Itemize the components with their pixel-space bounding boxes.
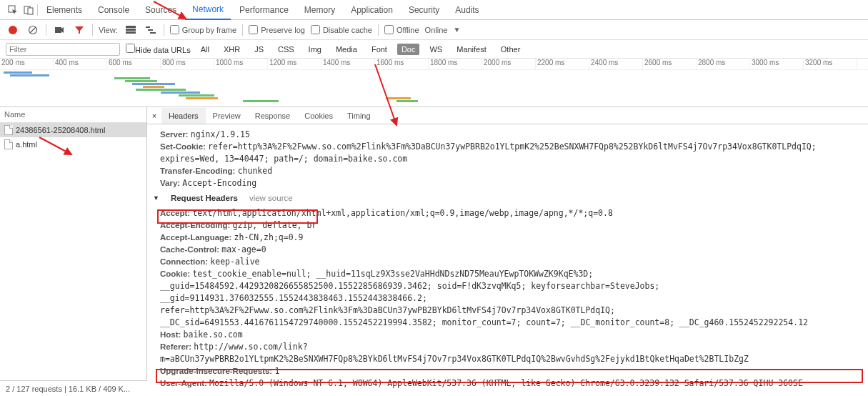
tab-network[interactable]: Network [185, 0, 231, 20]
subtab-preview[interactable]: Preview [206, 108, 248, 124]
column-name[interactable]: Name [0, 107, 146, 123]
header-value: refer=http%3A%2F%2Fwww.so.com%2Flink%3Fm… [160, 142, 817, 164]
header-key: Cache-Control: [160, 245, 219, 254]
tab-security[interactable]: Security [401, 1, 447, 19]
timeline-ruler: 200 ms400 ms600 ms800 ms1000 ms1200 ms14… [0, 59, 868, 70]
header-value: keep-alive [210, 257, 259, 267]
header-value: http://www.so.com/link?m=aBCUn37ywPBRB2o… [160, 342, 749, 364]
timeline-bars [0, 70, 868, 107]
throttle-select[interactable]: Online [425, 26, 448, 34]
header-key: Server: [160, 130, 189, 139]
type-other[interactable]: Other [497, 44, 525, 55]
header-key: Host: [160, 330, 181, 339]
header-key: User-Agent: [160, 379, 207, 387]
view-source-link[interactable]: view source [249, 192, 293, 204]
header-key: Transfer-Encoding: [160, 167, 235, 175]
tab-audits[interactable]: Audits [448, 1, 486, 19]
type-ws[interactable]: WS [425, 44, 447, 55]
header-value: Accept-Encoding [182, 178, 256, 188]
type-all[interactable]: All [196, 44, 214, 55]
timeline-overview[interactable]: 200 ms400 ms600 ms800 ms1000 ms1200 ms14… [0, 59, 868, 107]
filter-row: Hide data URLs All XHR JS CSS Img Media … [0, 40, 868, 59]
waterfall-icon[interactable] [144, 23, 158, 37]
request-headers-section[interactable]: ▼ Request Headers view source [153, 192, 861, 204]
tab-console[interactable]: Console [91, 1, 136, 19]
header-value: text/html,application/xhtml+xml,applicat… [192, 208, 613, 218]
type-media[interactable]: Media [331, 44, 361, 55]
devtools-top-tabs: Elements Console Sources Network Perform… [0, 0, 868, 20]
svg-rect-6 [126, 26, 136, 28]
large-rows-icon[interactable] [124, 23, 138, 37]
caret-down-icon: ▼ [153, 192, 159, 204]
clear-icon[interactable] [26, 23, 40, 37]
close-details-icon[interactable]: × [147, 112, 161, 120]
header-value: nginx/1.9.15 [191, 129, 250, 139]
header-value: chunked [238, 166, 272, 176]
type-doc[interactable]: Doc [397, 44, 420, 55]
request-row[interactable]: 24386561-25208408.html [0, 123, 146, 137]
type-js[interactable]: JS [250, 44, 268, 55]
type-img[interactable]: Img [304, 44, 326, 55]
header-key: Cookie: [160, 269, 190, 278]
type-xhr[interactable]: XHR [219, 44, 244, 55]
tab-sources[interactable]: Sources [138, 1, 184, 19]
filter-input[interactable] [6, 43, 120, 56]
file-icon [4, 125, 13, 135]
network-toolbar: View: Group by frame Preserve log Disabl… [0, 20, 868, 40]
subtab-timing[interactable]: Timing [340, 108, 378, 124]
svg-rect-11 [150, 32, 156, 34]
hide-data-urls-checkbox[interactable]: Hide data URLs [126, 44, 191, 54]
status-bar: 2 / 127 requests | 16.1 KB / 409 K... [0, 380, 147, 396]
header-key: Upgrade-Insecure-Requests: [160, 367, 272, 375]
svg-rect-7 [126, 29, 136, 31]
tab-application[interactable]: Application [344, 1, 400, 19]
header-key: Accept-Encoding: [160, 221, 230, 229]
subtab-cookies[interactable]: Cookies [297, 108, 340, 124]
throttle-caret-icon[interactable]: ▼ [453, 26, 460, 34]
device-toggle-icon[interactable] [21, 3, 36, 17]
header-key: Connection: [160, 257, 208, 266]
header-value: max-age=0 [221, 244, 266, 254]
tab-elements[interactable]: Elements [39, 1, 89, 19]
subtab-response[interactable]: Response [248, 108, 298, 124]
type-font[interactable]: Font [367, 44, 391, 55]
type-manifest[interactable]: Manifest [452, 44, 491, 55]
header-value: gzip, deflate, br [233, 220, 317, 230]
svg-rect-5 [55, 27, 61, 33]
request-row[interactable]: a.html [0, 137, 146, 152]
type-css[interactable]: CSS [274, 44, 299, 55]
svg-rect-2 [28, 8, 33, 14]
camera-icon[interactable] [52, 23, 66, 37]
header-key: Accept: [160, 209, 190, 217]
header-value: zh-CN,zh;q=0.9 [234, 232, 304, 242]
filter-icon[interactable] [72, 23, 86, 37]
header-value: test_cookie_enable=null; __huid=11sqLz9X… [160, 269, 808, 327]
offline-checkbox[interactable]: Offline [384, 25, 419, 34]
request-list-panel: Name 24386561-25208408.html a.html [0, 107, 147, 396]
inspect-icon[interactable] [6, 3, 20, 17]
svg-rect-8 [126, 31, 136, 34]
request-detail-panel: × Headers Preview Response Cookies Timin… [147, 107, 868, 396]
record-button[interactable] [6, 23, 20, 37]
header-value: baike.so.com [184, 330, 243, 340]
file-icon [4, 139, 13, 149]
header-value: 1 [274, 366, 279, 376]
tab-performance[interactable]: Performance [232, 1, 296, 19]
svg-rect-9 [146, 26, 150, 28]
tab-memory[interactable]: Memory [297, 1, 342, 19]
header-value: Mozilla/5.0 (Windows NT 6.1; WOW64) Appl… [209, 378, 803, 388]
preserve-log-checkbox[interactable]: Preserve log [249, 25, 305, 34]
header-key: Set-Cookie: [160, 142, 206, 151]
svg-line-4 [30, 27, 36, 33]
view-label: View: [99, 26, 118, 34]
subtab-headers[interactable]: Headers [161, 108, 206, 124]
header-key: Accept-Language: [160, 233, 231, 242]
group-by-frame-checkbox[interactable]: Group by frame [170, 25, 236, 34]
header-key: Vary: [160, 179, 180, 187]
header-key: Referer: [160, 342, 191, 351]
svg-rect-10 [148, 29, 153, 31]
disable-cache-checkbox[interactable]: Disable cache [311, 25, 372, 34]
